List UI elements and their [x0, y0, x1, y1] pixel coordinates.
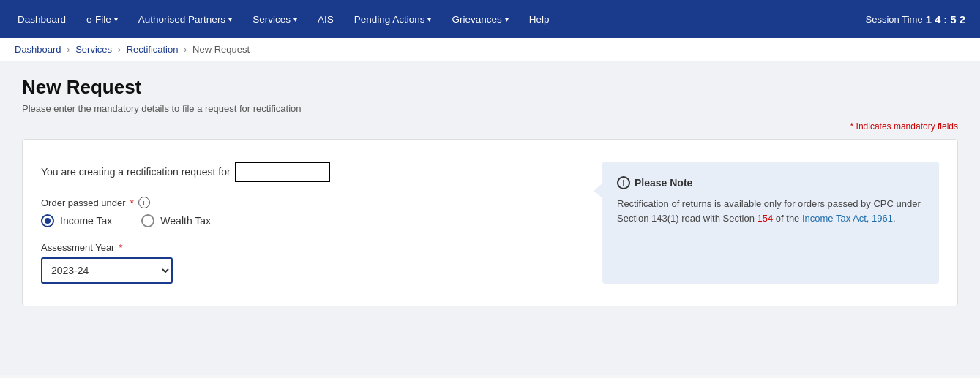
grievances-chevron-icon: ▾	[505, 15, 509, 23]
breadcrumb-current: New Request	[192, 44, 250, 55]
rectification-line: You are creating a rectification request…	[41, 162, 588, 182]
nav-grievances[interactable]: Grievances ▾	[441, 0, 518, 38]
breadcrumb-services[interactable]: Services	[75, 44, 112, 55]
efile-chevron-icon: ▾	[114, 15, 118, 23]
page-subtitle: Please enter the mandatory details to fi…	[22, 103, 958, 114]
income-tax-radio-button[interactable]	[41, 214, 54, 227]
order-required-star: *	[130, 197, 134, 208]
wealth-tax-radio-button[interactable]	[141, 214, 154, 227]
assessment-year-group: Assessment Year * 2023-24 2022-23 2021-2…	[41, 242, 588, 284]
breadcrumb: Dashboard › Services › Rectification › N…	[0, 38, 980, 61]
nav-help[interactable]: Help	[519, 0, 560, 38]
please-note-header: i Please Note	[617, 176, 924, 189]
order-info-icon[interactable]: i	[138, 197, 150, 208]
please-note-panel: i Please Note Rectification of returns i…	[602, 162, 939, 284]
breadcrumb-dashboard[interactable]: Dashboard	[15, 44, 61, 55]
assessment-year-select[interactable]: 2023-24 2022-23 2021-22 2020-21 2019-20	[41, 257, 173, 284]
radio-income-tax[interactable]: Income Tax	[41, 214, 112, 227]
nav-services[interactable]: Services ▾	[242, 0, 307, 38]
please-note-info-icon: i	[617, 176, 630, 189]
breadcrumb-rectification[interactable]: Rectification	[127, 44, 179, 55]
nav-authorised-partners[interactable]: Authorised Partners ▾	[128, 0, 242, 38]
nav-efile[interactable]: e-File ▾	[76, 0, 128, 38]
form-left: You are creating a rectification request…	[41, 162, 602, 284]
main-content: New Request Please enter the mandatory d…	[0, 61, 980, 375]
mandatory-note: * Indicates mandatory fields	[22, 121, 958, 132]
page-title: New Request	[22, 76, 958, 99]
assessment-year-label: Assessment Year *	[41, 242, 588, 253]
form-card: You are creating a rectification request…	[22, 139, 958, 306]
nav-ais[interactable]: AIS	[307, 0, 344, 38]
authorised-partners-chevron-icon: ▾	[228, 15, 232, 23]
pending-actions-chevron-icon: ▾	[427, 15, 431, 23]
services-chevron-icon: ▾	[293, 15, 297, 23]
rectification-request-input[interactable]	[235, 162, 330, 182]
order-label: Order passed under * i	[41, 197, 588, 208]
main-navigation: Dashboard e-File ▾ Authorised Partners ▾…	[0, 0, 980, 38]
order-type-radio-group: Income Tax Wealth Tax	[41, 214, 588, 227]
please-note-text: Rectification of returns is available on…	[617, 197, 924, 225]
session-time: Session Time 1 4 : 5 2	[859, 13, 973, 26]
nav-dashboard[interactable]: Dashboard	[7, 0, 76, 38]
assessment-year-required-star: *	[119, 242, 122, 253]
nav-pending-actions[interactable]: Pending Actions ▾	[344, 0, 442, 38]
radio-wealth-tax[interactable]: Wealth Tax	[141, 214, 211, 227]
